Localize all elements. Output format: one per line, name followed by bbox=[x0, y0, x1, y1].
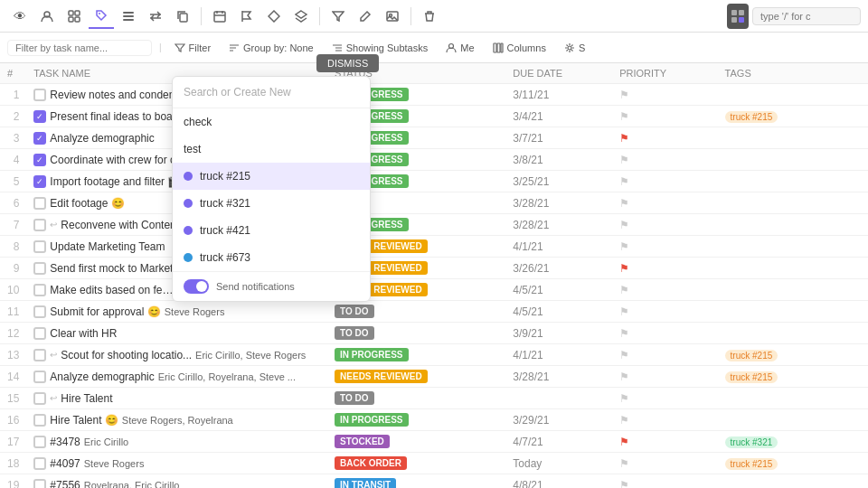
priority-flag: ⚑ bbox=[619, 175, 629, 188]
priority-cell: ⚑ bbox=[612, 192, 717, 214]
row-number: 2 bbox=[0, 106, 26, 127]
status-cell: NEEDS REVIEWED bbox=[327, 366, 505, 388]
row-checkbox[interactable] bbox=[33, 262, 46, 275]
table-row: 10 Make edits based on feedba... Eric Ci… bbox=[0, 279, 868, 301]
separator bbox=[201, 7, 202, 25]
row-number: 7 bbox=[0, 214, 26, 236]
svg-rect-2 bbox=[75, 11, 80, 15]
row-checkbox[interactable] bbox=[33, 414, 46, 427]
filter-button[interactable]: Filter bbox=[169, 41, 216, 55]
subtask-icon: ↩ bbox=[50, 393, 57, 403]
trash-icon[interactable] bbox=[417, 4, 442, 29]
tags-cell bbox=[718, 323, 868, 344]
row-checkbox[interactable] bbox=[33, 240, 46, 253]
separator-2 bbox=[319, 7, 320, 25]
row-checkbox[interactable] bbox=[33, 371, 46, 383]
copy-icon[interactable] bbox=[170, 4, 195, 29]
diamond-icon[interactable] bbox=[261, 4, 287, 29]
tag-badge[interactable]: truck #215 bbox=[725, 111, 778, 123]
tag-badge[interactable]: truck #321 bbox=[725, 436, 778, 448]
status-badge: TO DO bbox=[335, 391, 373, 405]
dropdown-item-test[interactable]: test bbox=[173, 136, 370, 163]
due-date-cell bbox=[505, 388, 612, 409]
settings-button[interactable]: S bbox=[559, 41, 590, 55]
transfer-icon[interactable] bbox=[143, 4, 168, 29]
due-date-cell: 4/8/21 bbox=[505, 474, 612, 489]
due-date-cell: 3/11/21 bbox=[505, 84, 612, 106]
table-row: 1 Review notes and conden. IN PROGRESS 3… bbox=[0, 84, 868, 106]
task-name-cell: ↩ Hire Talent bbox=[26, 388, 327, 409]
row-checkbox[interactable] bbox=[33, 284, 46, 296]
task-name-cell: Hire Talent 😊 Steve Rogers, Royelrana bbox=[26, 409, 327, 431]
row-checkbox[interactable]: ✓ bbox=[33, 175, 46, 188]
status-cell: IN PROGRESS bbox=[327, 344, 505, 366]
list-icon[interactable] bbox=[116, 4, 141, 29]
table-row: 15 ↩ Hire Talent TO DO ⚑ bbox=[0, 388, 868, 409]
filter2-icon[interactable] bbox=[326, 4, 351, 29]
row-checkbox[interactable] bbox=[33, 89, 46, 101]
me-button[interactable]: Me bbox=[440, 41, 479, 55]
layers-icon[interactable] bbox=[288, 4, 314, 29]
priority-flag: ⚑ bbox=[619, 479, 629, 489]
row-checkbox[interactable] bbox=[33, 479, 46, 489]
grid-icon[interactable] bbox=[61, 4, 87, 29]
tags-cell: truck #215 bbox=[718, 344, 868, 366]
priority-cell: ⚑ bbox=[612, 279, 717, 301]
priority-cell: ⚑ bbox=[612, 409, 717, 431]
priority-cell: ⚑ bbox=[612, 258, 717, 279]
dropdown-search-input[interactable] bbox=[184, 86, 359, 99]
row-checkbox[interactable] bbox=[33, 392, 46, 405]
photo-icon[interactable] bbox=[380, 4, 405, 29]
notification-toggle[interactable] bbox=[184, 279, 209, 294]
row-checkbox[interactable] bbox=[33, 197, 46, 210]
flag-icon[interactable] bbox=[234, 4, 259, 29]
filter-input[interactable] bbox=[7, 40, 152, 56]
row-checkbox[interactable] bbox=[33, 436, 46, 448]
calendar-icon[interactable] bbox=[207, 4, 232, 29]
row-checkbox[interactable] bbox=[33, 305, 46, 318]
dropdown-item-truck673[interactable]: truck #673 ··· bbox=[173, 244, 370, 271]
app-icon[interactable] bbox=[727, 4, 749, 29]
row-checkbox[interactable] bbox=[33, 457, 46, 470]
tags-cell: truck #321 bbox=[718, 431, 868, 453]
row-checkbox[interactable]: ✓ bbox=[33, 132, 46, 145]
eye-icon[interactable]: 👁 bbox=[7, 4, 33, 29]
row-number: 3 bbox=[0, 127, 26, 149]
group-by-button[interactable]: Group by: None bbox=[223, 41, 319, 55]
tag-badge[interactable]: truck #215 bbox=[725, 350, 778, 361]
priority-cell: ⚑ bbox=[612, 344, 717, 366]
tags-cell bbox=[718, 84, 868, 106]
status-cell: TO DO bbox=[327, 388, 505, 409]
dropdown-item-check[interactable]: check bbox=[173, 108, 370, 136]
task-name-text: Import footage and filter 🎬 bbox=[50, 175, 181, 188]
row-number: 6 bbox=[0, 192, 26, 214]
tags-cell bbox=[718, 258, 868, 279]
task-name-text: Update Marketing Team bbox=[50, 240, 165, 253]
row-checkbox[interactable]: ✓ bbox=[33, 110, 46, 123]
task-name-text: #7556 bbox=[50, 479, 80, 489]
svg-rect-18 bbox=[494, 43, 496, 52]
due-date-cell: 3/28/21 bbox=[505, 192, 612, 214]
showing-subtasks-button[interactable]: Showing Subtasks bbox=[326, 41, 434, 55]
tag-dropdown[interactable]: check test truck #215 ··· truck #321 ···… bbox=[172, 76, 371, 302]
row-checkbox[interactable] bbox=[33, 349, 46, 361]
tag-badge[interactable]: truck #215 bbox=[725, 371, 778, 383]
row-checkbox[interactable] bbox=[33, 219, 46, 231]
col-priority: PRIORITY bbox=[612, 63, 717, 84]
row-checkbox[interactable] bbox=[33, 327, 46, 340]
task-name-cell: Clear with HR bbox=[26, 323, 327, 344]
assignee-text: Steve Rogers bbox=[165, 306, 225, 317]
toolbar-search[interactable] bbox=[752, 7, 861, 25]
columns-button[interactable]: Columns bbox=[487, 41, 552, 55]
due-date-cell: 3/28/21 bbox=[505, 366, 612, 388]
edit-icon[interactable] bbox=[353, 4, 378, 29]
dropdown-item-truck215[interactable]: truck #215 ··· bbox=[173, 163, 370, 190]
svg-rect-6 bbox=[123, 12, 134, 14]
tag-badge[interactable]: truck #215 bbox=[725, 458, 778, 470]
row-checkbox[interactable]: ✓ bbox=[33, 154, 46, 166]
table-row: 11 Submit for approval 😊 Steve Rogers TO… bbox=[0, 301, 868, 323]
dropdown-item-truck421[interactable]: truck #421 ··· bbox=[173, 217, 370, 244]
dropdown-item-truck321[interactable]: truck #321 ··· bbox=[173, 190, 370, 217]
tag-icon[interactable] bbox=[89, 4, 114, 29]
user-icon[interactable] bbox=[34, 4, 60, 29]
